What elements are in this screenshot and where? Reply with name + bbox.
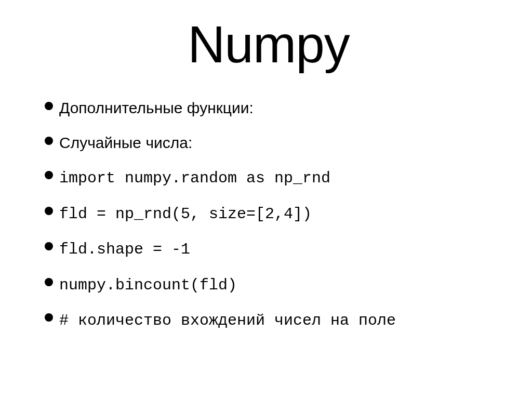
slide-title: Numpy bbox=[42, 15, 496, 74]
list-item: Случайные числа: bbox=[42, 134, 496, 152]
list-item: import numpy.random as np_rnd bbox=[42, 168, 496, 188]
bullet-text: # количество вхождений чисел на поле bbox=[59, 312, 396, 329]
slide: Numpy Дополнительные функции: Случайные … bbox=[0, 0, 532, 399]
bullet-text: numpy.bincount(fld) bbox=[59, 276, 237, 294]
list-item: Дополнительные функции: bbox=[42, 99, 496, 117]
bullet-text: Случайные числа: bbox=[59, 134, 192, 151]
bullet-text: fld.shape = -1 bbox=[59, 241, 190, 258]
bullet-list: Дополнительные функции: Случайные числа:… bbox=[42, 99, 496, 330]
bullet-text: Дополнительные функции: bbox=[59, 99, 254, 116]
list-item: fld = np_rnd(5, size=[2,4]) bbox=[42, 204, 496, 223]
list-item: fld.shape = -1 bbox=[42, 240, 496, 259]
bullet-text: fld = np_rnd(5, size=[2,4]) bbox=[59, 205, 312, 223]
bullet-text: import numpy.random as np_rnd bbox=[59, 169, 330, 187]
list-item: # количество вхождений чисел на поле bbox=[42, 311, 496, 330]
list-item: numpy.bincount(fld) bbox=[42, 275, 496, 295]
